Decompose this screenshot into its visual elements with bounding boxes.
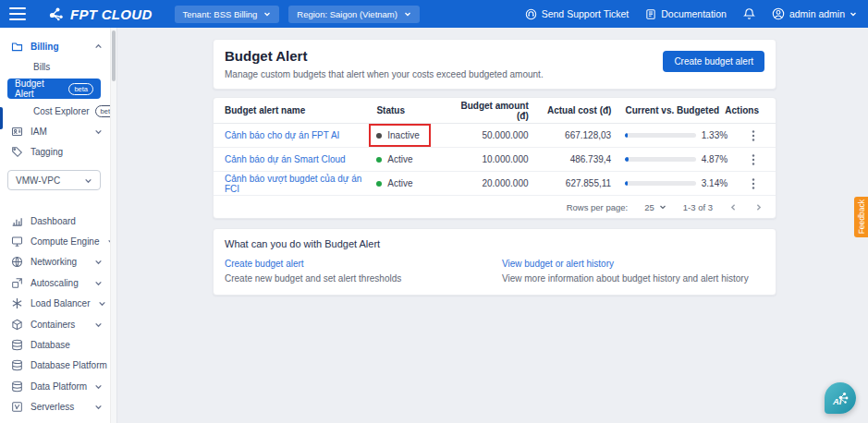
sidebar-item-label: Compute Engine [31,236,100,247]
fpt-molecule-icon [48,6,65,21]
sidebar-item-networking[interactable]: Networking [0,252,110,272]
sidebar-item-label: IAM [31,127,47,137]
help-card-title: What can you do with Budget Alert [225,238,764,249]
vpc-selected-value: VMW-VPC [16,175,60,186]
status-label: Active [387,154,412,164]
create-budget-alert-button[interactable]: Create budget alert [663,51,764,72]
sidebar-item-compute-engine[interactable]: Compute Engine [0,231,110,251]
sidebar: Billing Bills Budget Alert beta Cost Exp… [0,28,117,423]
database-icon [11,339,23,351]
data-platform-icon [11,381,23,393]
column-header: Actions [727,105,764,115]
kebab-menu-icon[interactable] [748,177,759,190]
chevron-down-icon [94,127,103,136]
send-support-ticket-link[interactable]: Send Support Ticket [525,8,630,20]
scrollbar-thumb[interactable] [112,30,116,81]
sidebar-item-label: Autoscaling [31,278,79,288]
sidebar-item-label: Billing [31,42,59,52]
sidebar-item-label: Database [31,340,70,350]
chevron-down-icon [263,10,271,18]
serverless-icon [11,401,23,413]
create-budget-alert-link[interactable]: Create budget alert [225,259,304,269]
sidebar-item-serverless[interactable]: Serverless [0,397,110,417]
chevron-left-icon [729,203,738,212]
page-title: Budget Alert [225,48,544,64]
sidebar-item-database[interactable]: Database [0,334,110,355]
feedback-label: Feedback [857,199,866,234]
tenant-selector[interactable]: Tenant: BSS Billing [175,6,280,23]
sidebar-item-cost-explorer[interactable]: Cost Explorer beta [0,101,110,121]
budget-alert-name-link[interactable]: Cảnh báo dự án Smart Cloud [225,154,346,164]
beta-badge: beta [68,83,93,95]
budget-amount-cell: 20.000.000 [450,178,529,188]
sidebar-item-budget-alert[interactable]: Budget Alert beta [7,79,101,99]
column-header: Current vs. Budgeted [611,105,727,115]
chevron-down-icon [94,320,103,329]
status-dot-icon [376,181,382,187]
tenant-label: Tenant: BSS Billing [183,9,258,19]
table-header-row: Budget alert name Status Budget amount (… [214,98,776,124]
vpc-selector[interactable]: VMW-VPC [7,170,101,190]
region-selector[interactable]: Region: Saigon (Vietnam) [288,6,420,23]
ai-assistant-button[interactable]: AI [825,382,856,414]
page-header-card: Budget Alert Manage custom budgets that … [213,39,776,90]
sidebar-scrollbar[interactable] [110,28,116,423]
kebab-menu-icon[interactable] [748,129,759,142]
sidebar-item-dashboard[interactable]: Dashboard [0,211,110,231]
top-bar: FPT CLOUD Tenant: BSS Billing Region: Sa… [0,0,868,28]
budget-alert-name-link[interactable]: Cảnh báo cho dự án FPT AI [225,130,339,140]
chevron-down-icon [94,382,103,391]
progress-percent: 4.87% [702,154,727,164]
sidebar-item-label: Bills [33,62,50,72]
chevron-down-icon [659,203,666,211]
sidebar-item-containers[interactable]: Containers [0,314,110,334]
budget-alert-name-link[interactable]: Cảnh báo vượt bugdet của dự án FCI [225,174,361,194]
chevron-down-icon [850,10,857,18]
chevron-down-icon [98,299,106,308]
sidebar-item-label: Data Platform [31,381,87,392]
next-page-button[interactable] [754,203,763,212]
budget-amount-cell: 10.000.000 [450,154,529,164]
dashboard-icon [11,215,23,227]
sidebar-item-load-balancer[interactable]: Load Balancer [0,294,110,314]
feedback-tab[interactable]: Feedback [854,197,868,237]
help-description: View more information about budget histo… [502,273,749,284]
database-platform-icon [11,359,23,371]
sidebar-item-autoscaling[interactable]: Autoscaling [0,272,110,293]
view-budget-history-link[interactable]: View budget or alert history [502,259,614,269]
active-item-indicator [0,107,3,129]
page-subtitle: Manage custom budgets that alert when yo… [225,69,544,79]
notifications-bell-icon[interactable] [743,7,755,20]
documentation-link[interactable]: Documentation [645,8,727,20]
documentation-label: Documentation [661,8,727,19]
progress-bar [625,157,696,162]
column-header: Budget alert name [225,105,376,115]
iam-icon [11,126,23,138]
chevron-right-icon [754,203,763,212]
support-icon [525,8,537,20]
hamburger-menu-icon[interactable] [9,7,26,20]
prev-page-button[interactable] [729,203,738,212]
chevron-down-icon [94,279,103,287]
sidebar-item-billing[interactable]: Billing [0,36,110,56]
sidebar-item-bills[interactable]: Bills [0,56,110,77]
table-pagination: Rows per page: 25 1-3 of 3 [214,196,776,218]
kebab-menu-icon[interactable] [748,153,759,166]
rows-per-page-select[interactable]: 25 [644,202,666,212]
status-label: Inactive [387,130,419,140]
chevron-down-icon [94,403,103,411]
compute-engine-icon [11,236,23,248]
sidebar-item-tagging[interactable]: Tagging [0,141,110,162]
actual-cost-cell: 667.128,03 [529,130,612,140]
billing-folder-icon [11,41,23,53]
svg-text:AI: AI [832,396,842,406]
status-label: Active [387,178,412,188]
status-dot-icon [376,133,382,139]
documentation-icon [645,8,656,20]
sidebar-item-data-platform[interactable]: Data Platform [0,376,110,396]
user-menu[interactable]: admin admin [772,7,857,20]
status-dot-icon [376,157,382,163]
sidebar-item-iam[interactable]: IAM [0,121,110,141]
sidebar-item-database-platform[interactable]: Database Platform [0,356,110,376]
sidebar-item-label: Networking [31,257,77,267]
